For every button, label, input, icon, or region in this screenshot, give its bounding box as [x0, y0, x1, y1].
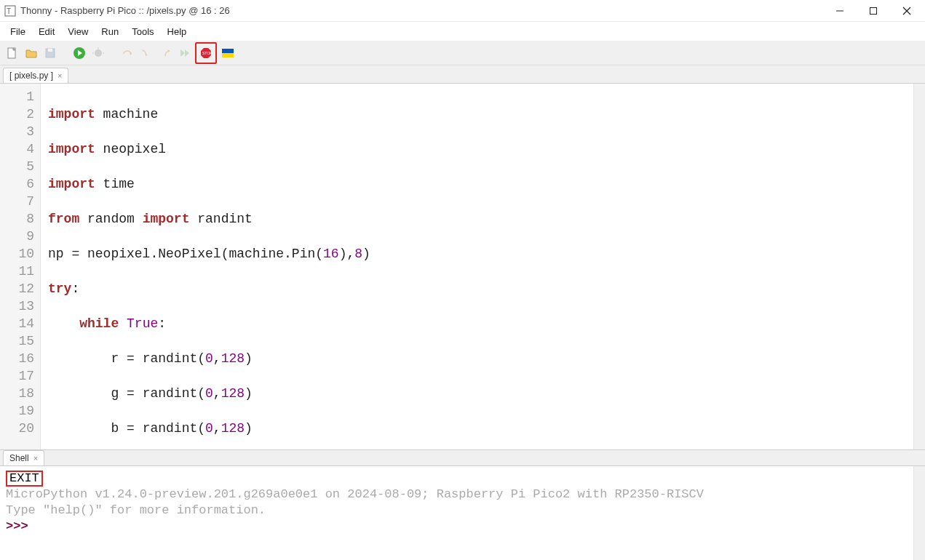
- run-icon[interactable]: [71, 45, 87, 61]
- editor-tab-pixels[interactable]: [ pixels.py ] ×: [3, 68, 68, 83]
- svg-point-12: [95, 49, 102, 57]
- line-number: 4: [0, 140, 34, 158]
- shell-scrollbar[interactable]: [913, 466, 925, 560]
- line-number: 7: [0, 193, 34, 210]
- maximize-button[interactable]: [857, 0, 890, 22]
- line-number: 9: [0, 228, 34, 245]
- menu-run[interactable]: Run: [95, 24, 124, 39]
- stop-button-highlight: STOP: [195, 42, 217, 64]
- line-number: 13: [0, 297, 34, 315]
- close-button[interactable]: [890, 0, 924, 22]
- thonny-app-icon: T: [4, 5, 16, 17]
- close-shell-tab-icon[interactable]: ×: [33, 454, 38, 463]
- resume-icon: [176, 45, 192, 61]
- svg-marker-19: [180, 49, 185, 57]
- shell-banner-line: MicroPython v1.24.0-preview.201.g269a0e0…: [6, 487, 919, 503]
- line-number: 10: [0, 245, 34, 263]
- line-number: 8: [0, 210, 34, 228]
- line-number-gutter: 1 2 3 4 5 6 7 8 9 10 11 12 13 14 15 16 1…: [0, 84, 41, 449]
- svg-text:STOP: STOP: [202, 51, 213, 55]
- svg-rect-3: [870, 7, 877, 14]
- shell-exit-highlight: EXIT: [6, 471, 43, 487]
- title-bar: T Thonny - Raspberry Pi Pico :: /pixels.…: [0, 0, 925, 22]
- svg-rect-24: [222, 53, 234, 57]
- shell-tabstrip: Shell ×: [0, 449, 925, 465]
- line-number: 5: [0, 158, 34, 175]
- editor: 1 2 3 4 5 6 7 8 9 10 11 12 13 14 15 16 1…: [0, 83, 925, 449]
- line-number: 14: [0, 315, 34, 332]
- svg-marker-20: [185, 49, 189, 57]
- line-number: 2: [0, 105, 34, 123]
- line-number: 6: [0, 175, 34, 193]
- menu-tools[interactable]: Tools: [126, 24, 159, 39]
- open-file-icon[interactable]: [23, 45, 39, 61]
- line-number: 15: [0, 332, 34, 350]
- step-out-icon: [157, 45, 173, 61]
- toolbar: STOP: [0, 41, 925, 65]
- line-number: 20: [0, 420, 34, 437]
- menu-edit[interactable]: Edit: [33, 24, 60, 39]
- code-area[interactable]: import machine import neopixel import ti…: [41, 84, 913, 449]
- line-number: 19: [0, 402, 34, 420]
- new-file-icon[interactable]: [4, 45, 20, 61]
- line-number: 11: [0, 263, 34, 280]
- menu-bar: File Edit View Run Tools Help: [0, 22, 925, 41]
- menu-view[interactable]: View: [62, 24, 94, 39]
- line-number: 1: [0, 88, 34, 105]
- save-file-icon: [42, 45, 58, 61]
- line-number: 12: [0, 280, 34, 297]
- line-number: 3: [0, 123, 34, 140]
- shell-tab-label: Shell: [9, 453, 29, 463]
- shell-help-line: Type "help()" for more information.: [6, 503, 919, 519]
- shell-output[interactable]: EXIT MicroPython v1.24.0-preview.201.g26…: [0, 465, 925, 560]
- minimize-button[interactable]: [823, 0, 857, 22]
- shell-tab[interactable]: Shell ×: [3, 450, 44, 465]
- debug-icon: [90, 45, 106, 61]
- svg-text:T: T: [7, 7, 11, 15]
- editor-tabstrip: [ pixels.py ] ×: [0, 65, 925, 83]
- menu-help[interactable]: Help: [162, 24, 193, 39]
- editor-scrollbar[interactable]: [913, 84, 925, 449]
- editor-tab-label: [ pixels.py ]: [9, 71, 53, 81]
- svg-rect-23: [222, 49, 234, 53]
- svg-rect-9: [48, 49, 52, 52]
- line-number: 16: [0, 350, 34, 367]
- close-tab-icon[interactable]: ×: [57, 71, 62, 80]
- shell-prompt: >>>: [6, 519, 28, 533]
- step-over-icon: [119, 45, 135, 61]
- step-into-icon: [138, 45, 154, 61]
- menu-file[interactable]: File: [4, 24, 31, 39]
- stop-icon[interactable]: STOP: [198, 45, 214, 61]
- line-number: 17: [0, 367, 34, 385]
- window-title: Thonny - Raspberry Pi Pico :: /pixels.py…: [20, 5, 230, 16]
- ukraine-flag-icon[interactable]: [220, 45, 236, 61]
- line-number: 18: [0, 385, 34, 402]
